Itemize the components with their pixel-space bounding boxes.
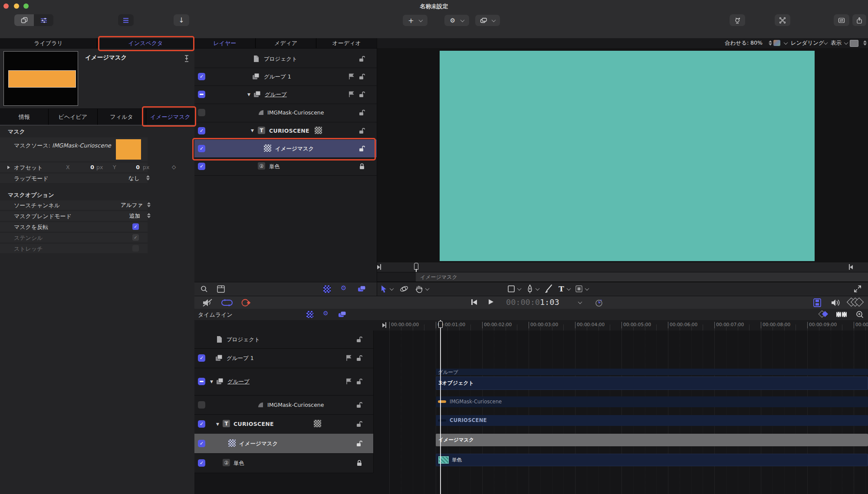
make-particles-button[interactable] [730, 14, 745, 26]
track-bar-imagemask-selected[interactable]: イメージマスク [436, 434, 868, 446]
layer-visibility-checkbox[interactable]: ✓ [198, 163, 205, 170]
filmstrip-view-icon[interactable] [217, 285, 225, 293]
timeline-row-project[interactable]: プロジェクト [194, 330, 373, 349]
keyframe-diamond-icon[interactable]: ◇ [172, 164, 176, 170]
unlock-icon[interactable] [358, 109, 365, 116]
timeline-show-masks-icon[interactable] [306, 311, 313, 318]
tab-image-mask[interactable]: イメージマスク [146, 109, 194, 125]
chevron-down-icon[interactable] [536, 286, 540, 291]
mute-icon[interactable] [202, 298, 214, 307]
source-channel-stepper[interactable] [147, 202, 151, 207]
render-menu[interactable]: レンダリング [791, 39, 824, 47]
unlock-icon[interactable] [358, 55, 365, 62]
mask-tool-icon[interactable] [575, 285, 583, 293]
tab-library[interactable]: ライブラリ [0, 38, 97, 48]
unlock-icon[interactable] [358, 145, 365, 152]
chevron-down-icon[interactable] [517, 286, 522, 291]
layer-visibility-checkbox[interactable] [198, 109, 205, 116]
chevron-down-icon[interactable] [390, 286, 394, 291]
unlock-icon[interactable] [358, 127, 365, 134]
lock-icon[interactable] [356, 459, 363, 466]
paint-stroke-tool-icon[interactable] [544, 284, 553, 294]
disclosure-right-icon[interactable] [7, 166, 10, 169]
timeline-playhead-pin[interactable] [438, 321, 443, 328]
chevron-down-icon[interactable] [567, 286, 571, 291]
share-button[interactable] [852, 14, 866, 26]
tab-inspector[interactable]: インスペクタ [97, 38, 194, 48]
selected-object-bar[interactable]: イメージマスク [416, 272, 868, 281]
layer-visibility-checkbox[interactable]: ✓ [198, 354, 205, 362]
filters-button[interactable] [475, 15, 500, 26]
tab-filters[interactable]: フィルタ [98, 109, 146, 125]
chevron-down-icon[interactable] [844, 40, 848, 45]
layer-visibility-checkbox[interactable]: ✓ [198, 420, 205, 428]
layer-visibility-checkbox[interactable]: ✓ [198, 440, 205, 447]
hand-tool-icon[interactable] [415, 285, 423, 293]
timeline-filmstrip-icon[interactable] [836, 311, 847, 318]
mini-timeline[interactable] [377, 262, 868, 272]
layer-row-curioscene[interactable]: ✓ ▼ T CURIOSCENE [194, 122, 377, 140]
show-masks-icon[interactable] [323, 285, 331, 293]
show-filters-icon[interactable] [357, 285, 367, 293]
wrap-mode-value[interactable]: なし [128, 175, 140, 182]
layer-visibility-checkbox-mixed[interactable] [198, 378, 205, 385]
unlock-icon[interactable] [356, 354, 363, 361]
rectangle-tool-icon[interactable] [507, 285, 515, 293]
layer-row-group1[interactable]: ✓ グループ 1 [194, 68, 377, 86]
import-button[interactable]: ↓ [174, 14, 189, 26]
play-range-start-marker[interactable] [377, 264, 381, 270]
go-to-start-button[interactable] [471, 299, 477, 305]
invert-mask-checkbox[interactable]: ✓ [132, 223, 139, 230]
pin-icon[interactable] [184, 55, 190, 62]
tab-behaviors[interactable]: ビヘイビア [49, 109, 97, 125]
timeline-row-imagemask-selected[interactable]: ✓ イメージマスク [194, 434, 373, 454]
chevron-down-icon[interactable] [425, 286, 430, 291]
flag-icon[interactable] [345, 354, 352, 361]
timeline-keyframes-icon[interactable] [819, 311, 827, 317]
timeline-playhead-line[interactable] [440, 320, 441, 494]
timeline-show-behaviors-gear-icon[interactable]: ⚙ [323, 310, 329, 317]
project-panel-button[interactable] [118, 14, 134, 26]
offset-x-value[interactable]: 0 [85, 164, 94, 170]
play-button[interactable] [489, 299, 493, 304]
canvas-viewport[interactable] [377, 48, 868, 262]
timeline-zoom-icon[interactable] [856, 311, 864, 318]
wrap-mode-stepper[interactable] [146, 175, 150, 180]
show-keyframe-editor-icon[interactable] [848, 299, 862, 305]
blend-mode-value[interactable]: 追加 [129, 213, 140, 220]
search-icon[interactable] [201, 285, 208, 293]
timeline-row-solid[interactable]: ✓ ② 単色 [194, 453, 373, 473]
tab-audio[interactable]: オーディオ [316, 38, 377, 48]
layer-visibility-checkbox[interactable] [198, 401, 205, 409]
unlock-icon[interactable] [356, 440, 363, 447]
show-audio-timeline-icon[interactable] [831, 298, 841, 307]
chevron-down-icon[interactable] [824, 40, 828, 45]
canvas-teal-artboard[interactable] [440, 51, 815, 261]
library-toggle-button[interactable] [14, 14, 34, 26]
layer-row-project[interactable]: プロジェクト [194, 50, 377, 68]
layout-box-icon[interactable] [850, 40, 858, 47]
flag-icon[interactable] [345, 378, 352, 385]
zoom-stepper[interactable] [769, 40, 772, 46]
unlock-icon[interactable] [358, 73, 365, 80]
timeline-show-filters-icon[interactable] [338, 310, 347, 319]
tab-media[interactable]: メディア [256, 38, 317, 48]
disclosure-down-icon[interactable]: ▼ [251, 128, 254, 133]
disclosure-down-icon[interactable]: ▼ [216, 422, 219, 426]
chevron-down-icon[interactable] [578, 300, 582, 304]
tab-layers[interactable]: レイヤー [194, 38, 256, 48]
chevron-down-icon[interactable] [585, 286, 589, 291]
inspector-toggle-button[interactable] [34, 14, 53, 26]
select-tool-icon[interactable] [381, 285, 387, 293]
view-stepper[interactable] [863, 40, 867, 46]
record-animation-icon[interactable] [240, 298, 252, 307]
lock-icon[interactable] [358, 163, 365, 170]
timer-icon[interactable] [595, 298, 603, 307]
text-tool-icon[interactable]: T [559, 285, 564, 293]
color-channel-icon[interactable] [773, 40, 780, 46]
track-bar-imgmask[interactable]: IMGMask-Curioscene [436, 396, 868, 407]
show-video-timeline-icon[interactable] [812, 298, 822, 307]
timeline-row-group1[interactable]: ✓ グループ 1 [194, 348, 373, 368]
layer-row-imagemask-selected[interactable]: ✓ イメージマスク [194, 140, 377, 158]
image-mask-badge-icon[interactable] [314, 420, 321, 427]
